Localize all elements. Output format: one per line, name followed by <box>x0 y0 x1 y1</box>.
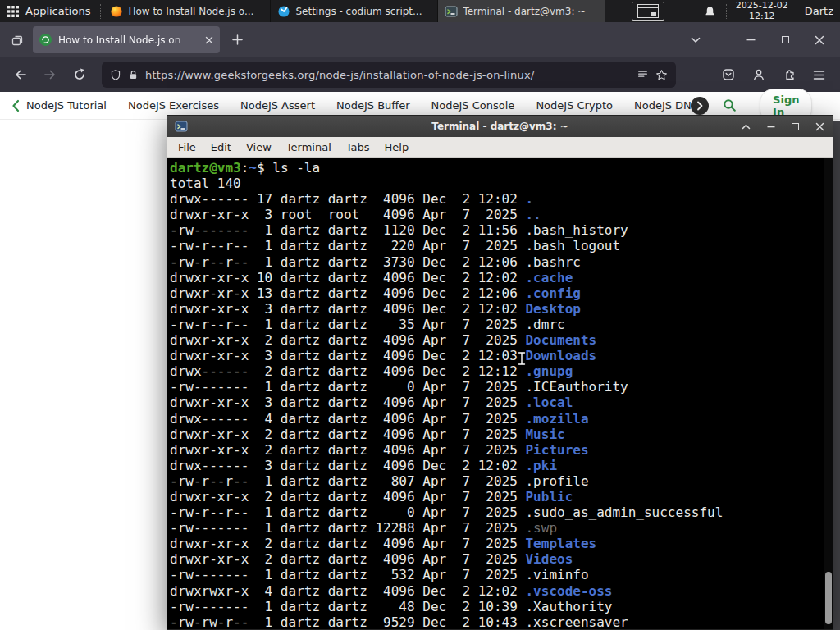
forward-button[interactable] <box>38 62 62 87</box>
navbar-right-icons <box>722 68 832 81</box>
taskbar-item-firefox[interactable]: How to Install Node.js o... <box>103 0 271 22</box>
window-controls <box>745 34 825 46</box>
hamburger-menu-icon <box>813 70 825 80</box>
tray-terminal-button[interactable] <box>632 2 664 21</box>
maximize-icon <box>792 123 799 130</box>
terminal-scrollbar-thumb[interactable] <box>825 572 832 624</box>
panel-separator <box>797 4 798 19</box>
pocket-icon <box>722 68 735 81</box>
tray-terminal-window-icon <box>637 4 659 18</box>
url-bar[interactable]: https://www.geeksforgeeks.org/node-js/in… <box>102 62 676 88</box>
terminal-titlebar[interactable]: Terminal - dartz@vm3: ~ <box>167 116 833 137</box>
url-text: https://www.geeksforgeeks.org/node-js/in… <box>145 69 630 81</box>
pocket-save-button[interactable] <box>722 68 735 81</box>
close-icon <box>815 122 824 131</box>
reload-icon <box>73 68 86 81</box>
chevron-up-icon <box>742 124 751 130</box>
site-nav-item-nodejs-exercises[interactable]: NodeJS Exercises <box>128 99 219 112</box>
site-nav-item-nodejs-assert[interactable]: NodeJS Assert <box>240 99 315 112</box>
user-menu[interactable]: Dartz <box>800 5 840 17</box>
menu-edit[interactable]: Edit <box>203 141 239 153</box>
bookmark-star-icon[interactable] <box>655 69 668 81</box>
shade-button[interactable] <box>741 121 751 132</box>
minimize-button[interactable] <box>765 121 776 132</box>
notifications-button[interactable] <box>696 5 724 18</box>
maximize-button[interactable] <box>779 34 791 46</box>
search-icon <box>723 98 737 112</box>
menu-tabs[interactable]: Tabs <box>339 141 377 153</box>
site-search-button[interactable] <box>719 95 740 116</box>
applications-label: Applications <box>25 5 90 17</box>
terminal-menubar: File Edit View Terminal Tabs Help <box>167 137 833 158</box>
taskbar-item-terminal[interactable]: Terminal - dartz@vm3: ~ <box>438 0 605 22</box>
panel-separator <box>100 4 102 19</box>
close-window-button[interactable] <box>814 34 825 46</box>
minimize-icon <box>767 126 775 128</box>
terminal-scrollbar[interactable] <box>824 158 833 629</box>
browser-navigation-toolbar: https://www.geeksforgeeks.org/node-js/in… <box>0 57 840 92</box>
tracking-protection-shield-icon <box>110 69 121 81</box>
extensions-puzzle-icon <box>783 68 796 81</box>
clock-date: 2025-12-02 <box>736 1 788 11</box>
tab-close-button[interactable] <box>205 36 213 44</box>
gfg-favicon <box>39 34 52 46</box>
account-button[interactable] <box>752 68 765 81</box>
terminal-lines: dartz@vm3:~$ ls -latotal 140drwx------ 1… <box>170 160 823 629</box>
back-button[interactable] <box>8 62 33 87</box>
taskbar-item-label: Settings - codium script... <box>295 6 431 17</box>
terminal-output[interactable]: dartz@vm3:~$ ls -latotal 140drwx------ 1… <box>167 158 833 629</box>
firefox-icon <box>110 5 123 18</box>
list-all-tabs-button[interactable] <box>684 29 707 52</box>
firefox-view-icon <box>11 34 24 47</box>
tabbar-right-controls <box>684 29 835 52</box>
terminal-window: Terminal - dartz@vm3: ~ Fil <box>167 115 833 630</box>
back-arrow-icon <box>14 69 27 80</box>
extensions-button[interactable] <box>783 68 796 81</box>
menu-button[interactable] <box>813 70 825 80</box>
bell-icon <box>704 5 716 18</box>
taskbar-item-codium[interactable]: Settings - codium script... <box>271 0 438 22</box>
nav-scroll-left-button[interactable] <box>11 99 20 112</box>
terminal-window-controls <box>741 121 825 132</box>
browser-tab[interactable]: How to Install Node.js on <box>33 26 220 53</box>
site-nav-item-nodejs-console[interactable]: NodeJS Console <box>431 99 515 112</box>
forward-arrow-icon <box>43 69 57 80</box>
menu-file[interactable]: File <box>171 141 203 153</box>
site-nav-item-nodejs-tutorial[interactable]: NodeJS Tutorial <box>26 99 107 112</box>
browser-tab-bar: How to Install Node.js on <box>0 22 840 57</box>
menu-terminal[interactable]: Terminal <box>279 141 339 153</box>
minimize-button[interactable] <box>745 34 756 46</box>
close-window-button[interactable] <box>815 121 825 132</box>
applications-menu-button[interactable]: Applications <box>0 0 98 22</box>
chevron-down-icon <box>691 37 701 43</box>
chevron-left-icon <box>11 99 20 112</box>
mouse-cursor <box>517 351 527 366</box>
clock-time: 12:12 <box>736 11 788 22</box>
taskbar-item-label: How to Install Node.js o... <box>128 6 263 17</box>
menu-view[interactable]: View <box>239 141 279 153</box>
top-panel: Applications How to Install Node.js o...… <box>0 0 840 22</box>
close-icon <box>205 36 213 44</box>
site-nav-item-nodejs-buffer[interactable]: NodeJS Buffer <box>336 99 410 112</box>
reader-mode-icon[interactable] <box>637 69 649 80</box>
site-nav-item-nodejs-crypto[interactable]: NodeJS Crypto <box>536 99 613 112</box>
restore-icon <box>782 36 789 43</box>
applications-grid-icon <box>7 5 20 18</box>
site-nav-item-nodejs-dns[interactable]: NodeJS DNS <box>634 99 698 112</box>
reload-button[interactable] <box>67 62 92 87</box>
menu-help[interactable]: Help <box>377 141 417 153</box>
plus-icon <box>232 34 243 45</box>
maximize-button[interactable] <box>790 121 801 132</box>
account-person-icon <box>752 68 765 81</box>
minimize-icon <box>746 39 756 41</box>
taskbar-item-label: Terminal - dartz@vm3: ~ <box>463 6 598 17</box>
clock[interactable]: 2025-12-02 12:12 <box>729 1 795 21</box>
terminal-window-title: Terminal - dartz@vm3: ~ <box>167 121 833 132</box>
new-tab-button[interactable] <box>225 28 249 52</box>
close-icon <box>815 35 824 45</box>
firefox-view-button[interactable] <box>5 28 30 52</box>
panel-separator <box>726 4 728 19</box>
tab-title: How to Install Node.js on <box>58 34 199 46</box>
nav-scroll-right-button[interactable] <box>691 97 709 115</box>
ibeam-cursor-icon <box>517 351 527 366</box>
